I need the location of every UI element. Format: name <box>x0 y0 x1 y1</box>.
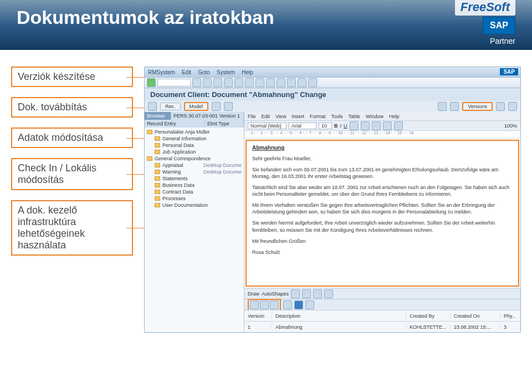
tree-item-label: Business Data <box>162 182 242 188</box>
tree-item[interactable]: Personalakte Anja Müller <box>145 129 244 135</box>
word-menu-window[interactable]: Window <box>366 114 383 119</box>
cell-version: 1 <box>244 324 272 330</box>
help-icon[interactable] <box>308 78 317 87</box>
word-menu-help[interactable]: Help <box>389 114 400 119</box>
toggle-icon[interactable] <box>148 102 157 111</box>
logo-area: FreeSoft SAP Partner <box>427 0 515 45</box>
tree-item[interactable]: Contract Data <box>145 189 244 195</box>
next-page-icon[interactable] <box>266 78 275 87</box>
draw-toolbar[interactable]: Draw AutoShapes <box>244 288 520 299</box>
autoshapes-label[interactable]: AutoShapes <box>262 291 289 297</box>
word-menu-file[interactable]: File <box>248 114 256 119</box>
col-on: Created On <box>451 313 500 319</box>
attach-group[interactable] <box>248 299 281 311</box>
tree-item[interactable]: Business Data <box>145 182 244 189</box>
print-icon[interactable] <box>224 78 233 87</box>
style-select[interactable]: Normal (Web) <box>248 123 287 129</box>
document-subbar[interactable]: Rec. Model Versions <box>145 101 520 112</box>
oval-icon[interactable] <box>324 289 333 298</box>
tree-item-label: Statements <box>162 176 242 181</box>
line-icon[interactable] <box>291 289 300 298</box>
menu-system[interactable]: System <box>217 69 235 75</box>
ok-icon[interactable] <box>147 78 156 87</box>
record-tree[interactable]: Browser PERS 30.07.03-001 Version 1 Reco… <box>145 112 244 332</box>
menu-rmsystem[interactable]: RMSystem <box>148 69 175 75</box>
last-page-icon[interactable] <box>277 78 285 87</box>
bullets-icon[interactable] <box>383 121 392 130</box>
align-right-icon[interactable] <box>372 121 381 130</box>
find-icon[interactable] <box>234 78 243 87</box>
numbering-icon[interactable] <box>394 121 403 130</box>
rec-button[interactable]: Rec. <box>160 103 181 110</box>
sap-menubar[interactable]: RMSystem Edit Goto System Help SAP <box>145 67 520 77</box>
size-select[interactable]: 10 <box>319 123 332 129</box>
tool-d-icon[interactable] <box>450 102 459 111</box>
rect-icon[interactable] <box>313 289 322 298</box>
shortcut-icon[interactable] <box>298 78 306 87</box>
tree-item[interactable]: General Information <box>145 135 244 142</box>
attach-c-icon[interactable] <box>270 301 279 309</box>
exit-icon[interactable] <box>203 78 212 87</box>
word-menu-tools[interactable]: Tools <box>331 114 342 119</box>
back-icon[interactable] <box>192 78 201 87</box>
tree-item[interactable]: User Documentation <box>145 202 244 208</box>
menu-edit[interactable]: Edit <box>182 69 191 75</box>
new-session-icon[interactable] <box>287 78 296 87</box>
menu-goto[interactable]: Goto <box>198 69 210 75</box>
col-version: Version <box>244 313 272 319</box>
tree-col-entry: Record Entry <box>145 120 205 128</box>
versions-button[interactable]: Versions <box>462 102 493 111</box>
folder-icon <box>155 176 160 181</box>
glasses-icon[interactable] <box>305 301 314 309</box>
model-button[interactable]: Model <box>184 102 209 111</box>
font-select[interactable]: Arial <box>289 123 316 129</box>
align-left-icon[interactable] <box>350 121 359 130</box>
command-field[interactable] <box>157 79 191 86</box>
word-menu-table[interactable]: Table <box>348 114 360 119</box>
tree-item[interactable]: AppraisalDesktop Docume <box>145 162 244 169</box>
tree-item[interactable]: Statements <box>145 175 244 182</box>
tool-c-icon[interactable] <box>438 102 447 111</box>
tool-x-icon[interactable] <box>283 301 292 309</box>
cell-on: 23.08.2002 15:... <box>451 324 500 330</box>
bold-icon[interactable]: B <box>334 123 338 129</box>
tree-item[interactable]: WarningDesktop Docume <box>145 169 244 175</box>
word-editor[interactable]: File Edit View Insert Format Tools Table… <box>244 112 520 332</box>
letter-body[interactable]: Abmahnung Sehr geehrte Frau Mueller, Sie… <box>245 140 519 287</box>
sap-logo: SAP <box>483 17 515 34</box>
italic-icon[interactable]: I <box>340 123 342 129</box>
folder-icon <box>155 183 160 187</box>
tool-e-icon[interactable] <box>496 102 505 111</box>
tool-b-icon[interactable] <box>224 102 233 111</box>
word-menu-format[interactable]: Format <box>310 114 326 119</box>
attach-a-icon[interactable] <box>250 301 259 309</box>
tool-a-icon[interactable] <box>212 102 221 111</box>
document-title: Document Client: Document "Abmahnung" Ch… <box>145 88 520 101</box>
first-page-icon[interactable] <box>245 78 254 87</box>
tool-f-icon[interactable] <box>508 102 517 111</box>
zoom-select[interactable]: 100% <box>504 123 517 129</box>
prev-page-icon[interactable] <box>255 78 264 87</box>
tree-item[interactable]: General Correspondence <box>145 155 244 162</box>
info-icon[interactable] <box>294 301 303 309</box>
tree-item[interactable]: Job Application <box>145 149 244 155</box>
draw-label[interactable]: Draw <box>248 291 259 297</box>
menu-help[interactable]: Help <box>242 69 253 75</box>
tree-col-type: Elmt Type <box>205 120 244 128</box>
partner-label: Partner <box>490 37 515 45</box>
word-menu-view[interactable]: View <box>275 114 286 119</box>
tree-item[interactable]: Personal Data <box>145 142 244 149</box>
attach-b-icon[interactable] <box>260 301 269 309</box>
align-center-icon[interactable] <box>361 121 370 130</box>
folder-icon <box>147 156 152 161</box>
word-menu-insert[interactable]: Insert <box>291 114 304 119</box>
version-grid-row[interactable]: 1 Abmahnung KOHLSTETTE... 23.08.2002 15:… <box>244 321 520 332</box>
version-grid-header: Version Description Created By Created O… <box>244 310 520 321</box>
tree-item[interactable]: Processes <box>145 195 244 202</box>
browser-value: PERS 30.07.03-001 Version 1 <box>171 112 244 120</box>
arrow-icon[interactable] <box>302 289 311 298</box>
underline-icon[interactable]: U <box>344 123 347 129</box>
sap-toolbar[interactable] <box>145 77 520 88</box>
cancel-icon[interactable] <box>213 78 222 87</box>
word-menu-edit[interactable]: Edit <box>262 114 270 119</box>
